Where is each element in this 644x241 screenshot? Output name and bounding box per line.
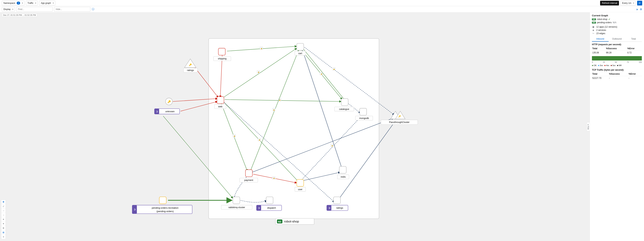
svg-rect-48 <box>339 166 346 173</box>
time-range-display: Dec 27, 01:51:35 PM ... 01:52:35 PM <box>2 14 37 17</box>
traffic-dropdown[interactable]: Traffic <box>26 1 38 6</box>
hide-input[interactable] <box>54 7 90 12</box>
svg-text:(pending-orders): (pending-orders) <box>156 210 174 213</box>
svg-rect-54 <box>297 179 304 186</box>
svg-rect-36 <box>297 43 304 50</box>
side-ns-row-2: NS pending-orders N/A <box>592 21 642 24</box>
apps-icon: ▣ <box>592 26 594 28</box>
svg-text:🔒: 🔒 <box>279 99 281 101</box>
tool-grid-icon[interactable]: ⊞ <box>1 230 6 235</box>
svg-rect-65 <box>334 197 340 204</box>
svg-rect-42 <box>360 108 366 115</box>
tab-total[interactable]: Total <box>625 37 642 42</box>
refresh-now-button[interactable]: ⟳ <box>637 1 642 6</box>
tab-inbound[interactable]: Inbound <box>592 37 609 42</box>
settings-icon[interactable]: ⚙ <box>640 8 642 11</box>
svg-rect-33 <box>217 97 224 104</box>
side-ns-row-1: NS robot-shop ✔ <box>592 18 642 21</box>
svg-text:➲: ➲ <box>134 208 136 211</box>
ns-badge: NS <box>592 18 596 20</box>
svg-text:🔑: 🔑 <box>189 63 192 66</box>
check-icon: ✔ <box>608 18 610 21</box>
svg-text:➲: ➲ <box>258 206 260 209</box>
svg-text:ratings: ratings <box>187 69 194 72</box>
refresh-icon: ⟳ <box>638 2 641 5</box>
svg-text:pending-orders-recreation: pending-orders-recreation <box>152 206 178 209</box>
svg-rect-21 <box>218 48 225 55</box>
refresh-interval-button[interactable]: Refresh interval <box>600 1 619 6</box>
svg-rect-70 <box>159 197 166 204</box>
svg-text:rabbitmq-cluster: rabbitmq-cluster <box>228 206 245 209</box>
svg-text:🔒: 🔒 <box>234 135 236 137</box>
svg-rect-39 <box>341 99 348 106</box>
node-unknown-circle[interactable]: 🔑 <box>166 98 172 105</box>
svg-text:🔑: 🔑 <box>168 100 171 103</box>
svg-text:🔒: 🔒 <box>273 109 275 111</box>
tcp-section-title: TCP Traffic (bytes per second): <box>592 69 642 71</box>
tab-outbound[interactable]: Outbound <box>609 37 625 42</box>
node-pending-orders[interactable]: ➲ pending-orders-recreation (pending-ord… <box>132 197 192 214</box>
node-unknown-gateway[interactable]: ➲ unknown <box>154 109 180 114</box>
tool-fit-icon[interactable]: ⤢ <box>1 204 6 208</box>
svg-text:🔒: 🔒 <box>333 68 335 70</box>
tool-arrow2-icon[interactable]: → <box>1 213 6 217</box>
namespace-dropdown[interactable]: Namespace: 2 <box>2 1 24 6</box>
svg-rect-51 <box>246 170 252 176</box>
help-icon[interactable]: ⓘ <box>92 8 94 11</box>
svg-text:cart: cart <box>298 52 302 55</box>
svg-text:redis: redis <box>341 175 346 178</box>
svg-rect-0 <box>208 39 379 219</box>
traffic-tabs: Inbound Outbound Total <box>592 37 642 42</box>
svg-text:🔒: 🔒 <box>258 139 260 141</box>
svg-text:🔒: 🔒 <box>258 71 260 73</box>
svg-text:PassthroughCluster: PassthroughCluster <box>389 121 410 123</box>
replay-icon[interactable]: ⏵ <box>636 8 639 11</box>
toolbar-filter: Display ⓘ ⏵ ⚙ <box>0 6 644 12</box>
svg-text:dispatch: dispatch <box>267 206 276 209</box>
graph-type-dropdown[interactable]: App graph <box>39 1 55 6</box>
node-ratings-triangle[interactable]: 🔑 ratings <box>184 59 198 73</box>
http-section-title: HTTP (requests per second): <box>592 43 642 46</box>
svg-text:web: web <box>218 105 222 108</box>
svg-text:🔒: 🔒 <box>320 73 322 75</box>
refresh-every-dropdown[interactable]: Every 1m <box>620 1 636 6</box>
svg-text:mongodb: mongodb <box>359 117 369 120</box>
svg-text:➲: ➲ <box>328 206 330 209</box>
svg-text:NS: NS <box>278 220 281 223</box>
svg-text:payment: payment <box>244 179 254 181</box>
edges-icon: ⤳ <box>592 32 594 35</box>
side-title: Current Graph <box>592 14 642 17</box>
namespace-count-badge: 2 <box>17 2 20 5</box>
svg-text:🔑: 🔑 <box>398 115 401 118</box>
svg-text:🔒: 🔒 <box>273 177 275 179</box>
http-bar-ticks: 0 25 50 75 100 <box>592 61 642 63</box>
svg-text:robot-shop: robot-shop <box>284 220 299 223</box>
svg-rect-57 <box>233 197 240 204</box>
http-table: Total %Success %Error 135.06 99.28 0.72 <box>592 47 642 55</box>
node-passthrough-cluster[interactable]: 🔑 PassthroughCluster <box>381 111 418 125</box>
svg-text:🔒: 🔒 <box>260 47 262 49</box>
find-input[interactable] <box>16 7 52 12</box>
tool-star2-icon[interactable]: ✶ <box>1 221 6 226</box>
tcp-table: Total %Success %Error 52227.70 - - <box>592 72 642 80</box>
tool-drag-icon[interactable]: ✥ <box>1 200 6 204</box>
svg-text:➲: ➲ <box>156 110 158 113</box>
svg-text:ratings: ratings <box>336 206 343 209</box>
tool-star1-icon[interactable]: ✶ <box>1 217 6 221</box>
tool-snow-icon[interactable]: ❄ <box>1 226 6 230</box>
hide-panel-toggle[interactable]: ≫ Hide <box>587 122 590 131</box>
svg-text:🔒: 🔒 <box>331 145 333 147</box>
graph-svg: 🔒 🔒 🔒 🔒 🔒 🔒 <box>0 12 590 241</box>
ns-badge: NS <box>592 22 596 24</box>
http-legend: OK 3xx 4xx 5xx NR <box>592 64 642 67</box>
svg-text:catalogue: catalogue <box>339 108 349 110</box>
svg-rect-60 <box>266 197 273 204</box>
graph-canvas[interactable]: Dec 27, 01:51:35 PM ... 01:52:35 PM 🔒 <box>0 12 590 241</box>
tool-arrow1-icon[interactable]: → <box>1 208 6 213</box>
http-success-bar <box>592 56 642 61</box>
tool-text-icon[interactable]: ≡ <box>1 235 6 239</box>
namespace-label: Namespace: <box>4 2 16 4</box>
svg-text:unknown: unknown <box>165 110 174 113</box>
display-dropdown[interactable]: Display <box>2 7 15 12</box>
graph-tool-palette: ✥ ⤢ → → ✶ ✶ ❄ ⊞ ≡ <box>1 200 6 239</box>
